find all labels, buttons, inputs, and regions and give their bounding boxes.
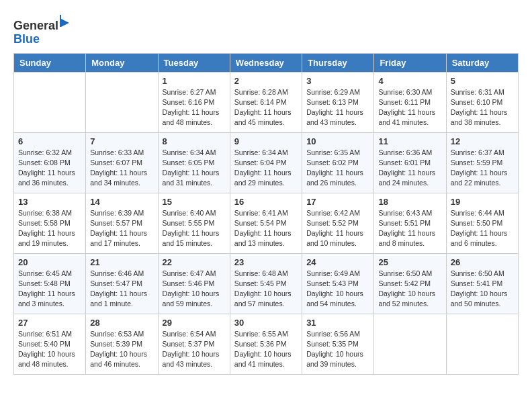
logo-general: General	[13, 19, 58, 32]
day-number: 4	[378, 76, 441, 86]
day-info: Sunrise: 6:42 AM Sunset: 5:52 PM Dayligh…	[306, 208, 369, 249]
weekday-header-cell: Wednesday	[230, 53, 302, 72]
day-number: 22	[163, 257, 226, 267]
calendar-cell: 28Sunrise: 6:53 AM Sunset: 5:39 PM Dayli…	[86, 314, 158, 374]
day-number: 6	[18, 136, 81, 146]
day-info: Sunrise: 6:32 AM Sunset: 6:08 PM Dayligh…	[18, 148, 81, 189]
day-info: Sunrise: 6:44 AM Sunset: 5:50 PM Dayligh…	[451, 208, 514, 249]
calendar-week-row: 27Sunrise: 6:51 AM Sunset: 5:40 PM Dayli…	[14, 314, 519, 374]
day-info: Sunrise: 6:37 AM Sunset: 5:59 PM Dayligh…	[451, 148, 514, 189]
day-info: Sunrise: 6:28 AM Sunset: 6:14 PM Dayligh…	[234, 87, 298, 128]
weekday-header-cell: Friday	[374, 53, 446, 72]
calendar-cell: 18Sunrise: 6:43 AM Sunset: 5:51 PM Dayli…	[374, 193, 446, 253]
day-info: Sunrise: 6:35 AM Sunset: 6:02 PM Dayligh…	[306, 148, 369, 189]
calendar-cell: 26Sunrise: 6:50 AM Sunset: 5:41 PM Dayli…	[446, 253, 518, 314]
day-number: 24	[306, 257, 369, 267]
day-number: 13	[18, 197, 81, 207]
calendar-cell: 7Sunrise: 6:33 AM Sunset: 6:07 PM Daylig…	[86, 132, 158, 193]
day-number: 14	[90, 197, 153, 207]
day-number: 2	[234, 76, 298, 86]
day-info: Sunrise: 6:55 AM Sunset: 5:36 PM Dayligh…	[234, 329, 298, 370]
day-info: Sunrise: 6:51 AM Sunset: 5:40 PM Dayligh…	[18, 329, 81, 370]
day-info: Sunrise: 6:43 AM Sunset: 5:51 PM Dayligh…	[378, 208, 441, 249]
weekday-header-cell: Tuesday	[158, 53, 230, 72]
calendar-cell: 24Sunrise: 6:49 AM Sunset: 5:43 PM Dayli…	[302, 253, 374, 314]
day-info: Sunrise: 6:27 AM Sunset: 6:16 PM Dayligh…	[163, 87, 226, 128]
day-number: 30	[234, 318, 298, 328]
day-info: Sunrise: 6:29 AM Sunset: 6:13 PM Dayligh…	[306, 87, 369, 128]
day-number: 29	[163, 318, 226, 328]
calendar-cell	[14, 72, 86, 132]
day-number: 28	[90, 318, 153, 328]
calendar-cell: 16Sunrise: 6:41 AM Sunset: 5:54 PM Dayli…	[230, 193, 302, 253]
weekday-header-cell: Saturday	[446, 53, 518, 72]
day-info: Sunrise: 6:54 AM Sunset: 5:37 PM Dayligh…	[163, 329, 226, 370]
day-number: 26	[451, 257, 514, 267]
calendar-cell: 25Sunrise: 6:50 AM Sunset: 5:42 PM Dayli…	[374, 253, 446, 314]
calendar-cell: 31Sunrise: 6:56 AM Sunset: 5:35 PM Dayli…	[302, 314, 374, 374]
day-info: Sunrise: 6:39 AM Sunset: 5:57 PM Dayligh…	[90, 208, 153, 249]
calendar-cell: 15Sunrise: 6:40 AM Sunset: 5:55 PM Dayli…	[158, 193, 230, 253]
day-info: Sunrise: 6:33 AM Sunset: 6:07 PM Dayligh…	[90, 148, 153, 189]
logo-blue: Blue	[13, 32, 40, 46]
day-number: 20	[18, 257, 81, 267]
calendar-cell: 20Sunrise: 6:45 AM Sunset: 5:48 PM Dayli…	[14, 253, 86, 314]
calendar-cell: 3Sunrise: 6:29 AM Sunset: 6:13 PM Daylig…	[302, 72, 374, 132]
day-info: Sunrise: 6:31 AM Sunset: 6:10 PM Dayligh…	[451, 87, 514, 128]
day-number: 23	[234, 257, 298, 267]
weekday-header-cell: Sunday	[14, 53, 86, 72]
calendar-cell: 21Sunrise: 6:46 AM Sunset: 5:47 PM Dayli…	[86, 253, 158, 314]
page-header: General Blue	[13, 13, 519, 46]
day-info: Sunrise: 6:40 AM Sunset: 5:55 PM Dayligh…	[163, 208, 226, 249]
day-info: Sunrise: 6:49 AM Sunset: 5:43 PM Dayligh…	[306, 269, 369, 310]
day-number: 21	[90, 257, 153, 267]
day-info: Sunrise: 6:53 AM Sunset: 5:39 PM Dayligh…	[90, 329, 153, 370]
calendar-cell: 10Sunrise: 6:35 AM Sunset: 6:02 PM Dayli…	[302, 132, 374, 193]
calendar-table: SundayMondayTuesdayWednesdayThursdayFrid…	[13, 53, 519, 375]
svg-rect-1	[60, 15, 61, 27]
day-number: 27	[18, 318, 81, 328]
calendar-cell: 23Sunrise: 6:48 AM Sunset: 5:45 PM Dayli…	[230, 253, 302, 314]
calendar-cell: 5Sunrise: 6:31 AM Sunset: 6:10 PM Daylig…	[446, 72, 518, 132]
day-number: 16	[234, 197, 298, 207]
logo-flag-icon	[60, 13, 76, 30]
calendar-cell: 19Sunrise: 6:44 AM Sunset: 5:50 PM Dayli…	[446, 193, 518, 253]
day-info: Sunrise: 6:47 AM Sunset: 5:46 PM Dayligh…	[163, 269, 226, 310]
day-number: 5	[451, 76, 514, 86]
svg-marker-0	[61, 16, 69, 27]
calendar-cell: 6Sunrise: 6:32 AM Sunset: 6:08 PM Daylig…	[14, 132, 86, 193]
weekday-header-cell: Monday	[86, 53, 158, 72]
day-info: Sunrise: 6:50 AM Sunset: 5:42 PM Dayligh…	[378, 269, 441, 310]
logo: General Blue	[13, 13, 76, 46]
calendar-cell: 4Sunrise: 6:30 AM Sunset: 6:11 PM Daylig…	[374, 72, 446, 132]
calendar-week-row: 13Sunrise: 6:38 AM Sunset: 5:58 PM Dayli…	[14, 193, 519, 253]
day-number: 10	[306, 136, 369, 146]
day-number: 11	[378, 136, 441, 146]
day-info: Sunrise: 6:46 AM Sunset: 5:47 PM Dayligh…	[90, 269, 153, 310]
calendar-cell: 12Sunrise: 6:37 AM Sunset: 5:59 PM Dayli…	[446, 132, 518, 193]
day-number: 18	[378, 197, 441, 207]
calendar-week-row: 1Sunrise: 6:27 AM Sunset: 6:16 PM Daylig…	[14, 72, 519, 132]
day-number: 19	[451, 197, 514, 207]
day-number: 17	[306, 197, 369, 207]
calendar-cell: 27Sunrise: 6:51 AM Sunset: 5:40 PM Dayli…	[14, 314, 86, 374]
calendar-cell: 2Sunrise: 6:28 AM Sunset: 6:14 PM Daylig…	[230, 72, 302, 132]
calendar-cell: 14Sunrise: 6:39 AM Sunset: 5:57 PM Dayli…	[86, 193, 158, 253]
calendar-cell: 13Sunrise: 6:38 AM Sunset: 5:58 PM Dayli…	[14, 193, 86, 253]
day-info: Sunrise: 6:34 AM Sunset: 6:04 PM Dayligh…	[234, 148, 298, 189]
day-info: Sunrise: 6:36 AM Sunset: 6:01 PM Dayligh…	[378, 148, 441, 189]
calendar-cell: 9Sunrise: 6:34 AM Sunset: 6:04 PM Daylig…	[230, 132, 302, 193]
calendar-cell: 8Sunrise: 6:34 AM Sunset: 6:05 PM Daylig…	[158, 132, 230, 193]
calendar-week-row: 6Sunrise: 6:32 AM Sunset: 6:08 PM Daylig…	[14, 132, 519, 193]
day-number: 9	[234, 136, 298, 146]
day-info: Sunrise: 6:41 AM Sunset: 5:54 PM Dayligh…	[234, 208, 298, 249]
day-number: 12	[451, 136, 514, 146]
day-info: Sunrise: 6:34 AM Sunset: 6:05 PM Dayligh…	[163, 148, 226, 189]
day-number: 8	[163, 136, 226, 146]
calendar-cell: 29Sunrise: 6:54 AM Sunset: 5:37 PM Dayli…	[158, 314, 230, 374]
calendar-cell: 17Sunrise: 6:42 AM Sunset: 5:52 PM Dayli…	[302, 193, 374, 253]
day-info: Sunrise: 6:38 AM Sunset: 5:58 PM Dayligh…	[18, 208, 81, 249]
calendar-cell: 22Sunrise: 6:47 AM Sunset: 5:46 PM Dayli…	[158, 253, 230, 314]
calendar-week-row: 20Sunrise: 6:45 AM Sunset: 5:48 PM Dayli…	[14, 253, 519, 314]
calendar-cell	[374, 314, 446, 374]
